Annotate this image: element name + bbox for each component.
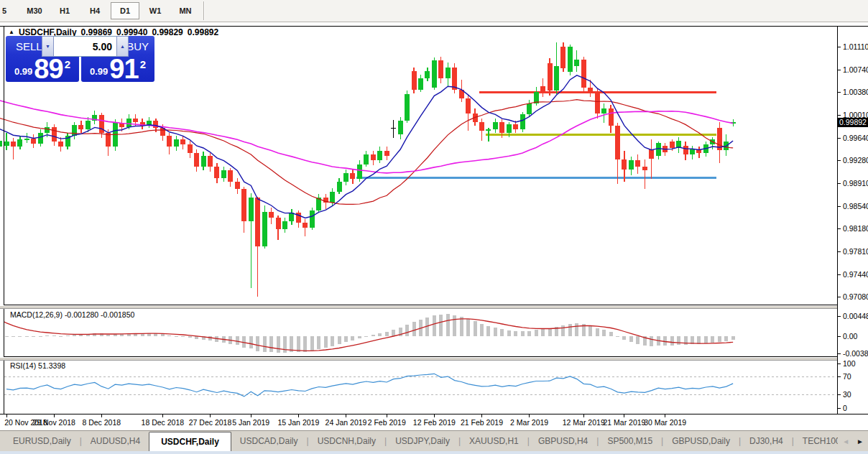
ohlc-low: 0.99829 [152, 27, 183, 37]
svg-text:5 Jan 2019: 5 Jan 2019 [232, 418, 269, 427]
svg-text:29 Nov 2018: 29 Nov 2018 [32, 418, 75, 427]
buy-price-sup: 2 [140, 58, 146, 70]
svg-text:0.00: 0.00 [843, 332, 858, 340]
svg-text:0.97810: 0.97810 [843, 247, 868, 256]
ohlc-close: 0.99892 [188, 27, 218, 37]
sell-price-sup: 2 [65, 58, 70, 70]
svg-text:-0.003883: -0.003883 [843, 349, 868, 358]
svg-text:1.01110: 1.01110 [843, 42, 868, 51]
chart-tab-usdcnh-daily[interactable]: USDCNH,Daily [309, 431, 384, 452]
rsi-name: RSI(14) [10, 361, 36, 370]
svg-text:0.99640: 0.99640 [843, 134, 868, 142]
svg-text:1.00380: 1.00380 [843, 88, 868, 96]
svg-text:0.98180: 0.98180 [843, 224, 868, 233]
svg-text:2 Feb 2019: 2 Feb 2019 [368, 418, 406, 427]
chevron-up-icon: ▲ [120, 44, 125, 49]
svg-text:0.99892: 0.99892 [839, 118, 867, 126]
svg-text:0.98910: 0.98910 [843, 179, 868, 187]
chart-tabs: EURUSD,Daily|AUDUSD,H4USDCHF,DailyUSDCAD… [4, 430, 838, 451]
svg-text:1.00740: 1.00740 [843, 65, 868, 74]
sell-price: 0.99 89 2 [6, 57, 79, 81]
chart-tab-audusd-h4[interactable]: AUDUSD,H4 [82, 431, 149, 452]
chart-tab-usdcad-daily[interactable]: USDCAD,Daily [231, 431, 307, 452]
macd-indicator-label: MACD(12,26,9) -0.001280 -0.001850 [10, 310, 134, 319]
chart-tab-dj30-h4[interactable]: DJ30,H4 [741, 431, 792, 452]
svg-text:30 Mar 2019: 30 Mar 2019 [644, 418, 686, 427]
chart-tab-usdchf-daily[interactable]: USDCHF,Daily [149, 432, 231, 451]
chart-tab-sp500-m15[interactable]: SP500,M15 [599, 431, 661, 452]
buy-price: 0.99 91 2 [81, 57, 154, 81]
chart-tab-usdjpy-daily[interactable]: USDJPY,Daily [387, 431, 458, 452]
macd-value-signal: -0.001850 [101, 310, 134, 319]
sell-price-big: 89 [34, 57, 63, 81]
rsi-value: 51.3398 [38, 361, 65, 370]
sell-price-prefix: 0.99 [14, 66, 32, 77]
svg-text:0.97080: 0.97080 [843, 292, 868, 301]
chart-tab-gbpusd-h4[interactable]: GBPUSD,H4 [530, 431, 596, 452]
chart-tab-xauusd-h1[interactable]: XAUUSD,H1 [461, 431, 527, 452]
svg-text:0.98540: 0.98540 [843, 202, 868, 210]
tab-scroll-right-icon[interactable]: ► [857, 437, 864, 445]
chart-tab-tech100-h1[interactable]: TECH100,H1 [794, 431, 838, 452]
volume-decrease-button[interactable]: ▼ [42, 36, 54, 57]
tab-scroll-controls: ◄ ► [838, 431, 864, 451]
chart-tab-eurusd-daily[interactable]: EURUSD,Daily [4, 431, 80, 452]
chart-tab-gbpusd-daily[interactable]: GBPUSD,Daily [663, 431, 739, 452]
svg-text:15 Jan 2019: 15 Jan 2019 [277, 418, 319, 427]
svg-text:2 Mar 2019: 2 Mar 2019 [510, 418, 548, 427]
sell-label: SELL [16, 40, 42, 52]
buy-label: BUY [126, 40, 149, 52]
svg-text:21 Mar 2019: 21 Mar 2019 [603, 418, 645, 427]
buy-price-prefix: 0.99 [90, 66, 108, 77]
svg-text:18 Dec 2018: 18 Dec 2018 [142, 418, 185, 427]
svg-text:8 Dec 2018: 8 Dec 2018 [82, 418, 121, 427]
collapse-panel-icon[interactable]: ▲ [9, 29, 14, 36]
svg-text:70: 70 [843, 372, 851, 381]
svg-text:30: 30 [843, 390, 851, 399]
volume-spinner: ▼ 5.00 ▲ [42, 36, 129, 57]
svg-text:0.004487: 0.004487 [843, 312, 868, 320]
tab-scroll-left-icon[interactable]: ◄ [842, 437, 849, 445]
svg-text:12 Mar 2019: 12 Mar 2019 [563, 418, 605, 427]
chart-tabs-bar: EURUSD,Daily|AUDUSD,H4USDCHF,DailyUSDCAD… [0, 430, 868, 451]
svg-text:27 Dec 2018: 27 Dec 2018 [189, 418, 232, 427]
svg-text:24 Jan 2019: 24 Jan 2019 [326, 418, 367, 427]
svg-text:12 Feb 2019: 12 Feb 2019 [413, 418, 456, 427]
macd-name: MACD(12,26,9) [10, 310, 63, 319]
svg-text:0: 0 [843, 404, 847, 412]
svg-text:100: 100 [843, 359, 856, 368]
svg-text:0.99280: 0.99280 [843, 156, 868, 165]
volume-increase-button[interactable]: ▲ [116, 36, 129, 57]
buy-price-big: 91 [109, 57, 138, 81]
volume-input[interactable]: 5.00 [54, 36, 116, 57]
svg-text:0.97440: 0.97440 [843, 270, 868, 279]
rsi-indicator-label: RSI(14) 51.3398 [10, 361, 65, 370]
chevron-down-icon: ▼ [45, 44, 50, 49]
mt4-terminal: 5M30H1H4D1W1MN 1.011101.007401.003801.00… [0, 0, 868, 454]
status-strip [0, 451, 868, 454]
one-click-trading-panel: SELL 0.99 89 2 BUY 0.99 91 2 ▼ 5.00 ▲ [6, 36, 154, 82]
macd-value-main: -0.001280 [65, 310, 98, 319]
svg-text:21 Feb 2019: 21 Feb 2019 [461, 418, 503, 427]
